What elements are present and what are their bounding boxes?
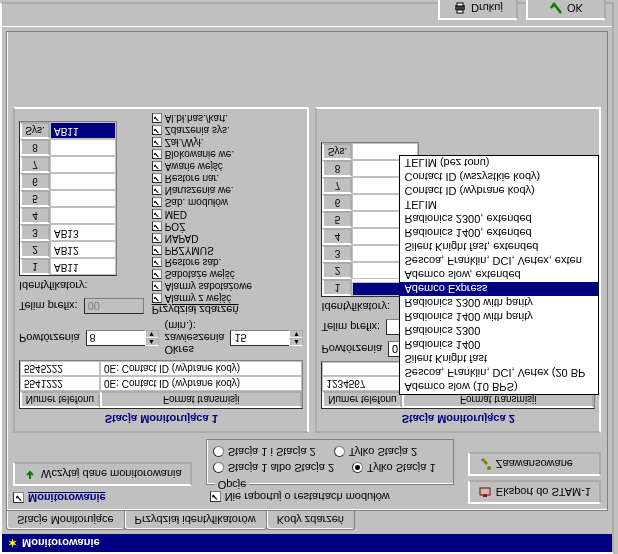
tab-codes[interactable]: Kody zdarzeń xyxy=(266,511,355,530)
tab-ident[interactable]: Przydział identyfikatorów xyxy=(124,511,267,530)
printer-icon xyxy=(453,1,467,15)
suspend-spinner[interactable]: 15 ▲▼ xyxy=(230,330,303,346)
load-data-button[interactable]: Wczytaj dane monitorowania xyxy=(13,462,192,486)
telim-label: Telim prefix: xyxy=(19,300,78,312)
event-checkbox[interactable]: ✔Sab. modułów xyxy=(152,197,304,208)
dropdown-option[interactable]: Ademco Express xyxy=(400,282,598,296)
dropdown-option[interactable]: Ademco slow, extended xyxy=(400,268,598,282)
svg-rect-4 xyxy=(457,3,463,6)
table-row[interactable]: 7 xyxy=(20,156,116,173)
row-header: 6 xyxy=(20,173,50,190)
station2-title: Stacja Monitorująca 2 xyxy=(321,409,595,427)
dropdown-option[interactable]: Silent Knight fast xyxy=(400,352,598,366)
event-checkbox[interactable]: ✔Zdarzenia sys. xyxy=(152,125,304,136)
dropdown-option[interactable]: TELIM xyxy=(400,198,598,212)
checkbox-icon: ✔ xyxy=(152,294,162,304)
events-header: Przydział zdarzeń xyxy=(152,304,304,316)
event-checkbox[interactable]: ✔POŻ xyxy=(152,221,304,232)
table-row[interactable]: 5 xyxy=(20,190,116,207)
dropdown-option[interactable]: Contact ID (wszystkie kody) xyxy=(400,170,598,184)
spinner-down-icon[interactable]: ▼ xyxy=(145,330,159,338)
dropdown-option[interactable]: Silent Knight fast, extended xyxy=(400,240,598,254)
opt-only-s1[interactable]: Tylko Stacja 1 xyxy=(352,462,435,474)
row-header: Sys. xyxy=(20,122,50,139)
advanced-button[interactable]: Zaawansowane xyxy=(468,452,601,476)
reps-spinner[interactable]: 8 ▲▼ xyxy=(86,330,159,346)
window-title: Monitorowanie xyxy=(22,537,100,549)
dropdown-option[interactable]: Sescoa, Franklin, DCI, Vertex, exten xyxy=(400,254,598,268)
table-row[interactable]: 3AB13 xyxy=(20,224,116,241)
table-row[interactable]: 4 xyxy=(20,207,116,224)
row-header: 6 xyxy=(322,194,352,211)
noreport-checkbox[interactable]: ✔ Nie raportuj o restartach modułów xyxy=(210,491,390,503)
format-dropdown[interactable]: Ademco slow (10 BPS)Sescoa, Franklin, DC… xyxy=(399,155,599,395)
checkbox-icon: ✔ xyxy=(152,258,162,268)
event-checkbox[interactable]: ✔Al.bł.has./kart. xyxy=(152,113,304,124)
checkbox-icon: ✔ xyxy=(152,138,162,148)
station1-title: Stacja Monitorująca 1 xyxy=(19,409,303,427)
ident-cell: AB11 xyxy=(50,258,116,275)
spinner-up-icon[interactable]: ▲ xyxy=(289,338,303,346)
opt-s1-and-s2[interactable]: Stacja 1 i Stacja 2 xyxy=(213,446,316,458)
checkbox-icon: ✔ xyxy=(152,210,162,220)
event-checkbox[interactable]: ✔Naruszenia we. xyxy=(152,185,304,196)
table-row[interactable]: 5541222 0E: Contact ID (wybrane kody) xyxy=(20,376,302,391)
row-header: 5 xyxy=(20,190,50,207)
event-label: Zał./Wył. xyxy=(165,137,204,148)
row-header: Sys. xyxy=(322,143,352,160)
event-checkbox[interactable]: ✔Blokowanie we. xyxy=(152,149,304,160)
table-row[interactable]: Sys.AB11 xyxy=(20,122,116,139)
tab-stations[interactable]: Stacje Monitorujące xyxy=(6,511,125,530)
event-checkbox[interactable]: ✔Zał./Wył. xyxy=(152,137,304,148)
event-checkbox[interactable]: ✔Alarmy sabotażowe xyxy=(152,281,304,292)
spinner-up-icon[interactable]: ▲ xyxy=(145,338,159,346)
event-checkbox[interactable]: ✔Awarie wejść xyxy=(152,161,304,172)
dropdown-option[interactable]: Ademco slow (10 BPS) xyxy=(400,380,598,394)
reps-label: Powtórzenia xyxy=(321,343,382,355)
event-checkbox[interactable]: ✔Restore nar. xyxy=(152,173,304,184)
checkbox-icon: ✔ xyxy=(152,162,162,172)
table-row[interactable]: 5545222 0E: Contact ID (wybrane kody) xyxy=(20,361,302,376)
main-panel: ✔ Monitorowanie Wczytaj dane monitorowan… xyxy=(6,31,608,511)
event-checkbox[interactable]: ✔Alarmy z wejść xyxy=(152,293,304,304)
col-format: Format transmisji xyxy=(100,391,302,408)
row-header: 7 xyxy=(322,177,352,194)
dropdown-option[interactable]: TELIM (bez tonu) xyxy=(400,156,598,170)
export-button[interactable]: Eksport do STAM-1 xyxy=(468,480,601,504)
row-header: 4 xyxy=(322,228,352,245)
ident-cell: AB12 xyxy=(50,241,116,258)
spinner-down-icon[interactable]: ▼ xyxy=(289,330,303,338)
arrow-down-icon xyxy=(23,467,37,481)
dropdown-option[interactable]: Radionics 1400 xyxy=(400,338,598,352)
events-checklist: ✔Alarmy z wejść✔Alarmy sabotażowe✔Sabota… xyxy=(152,113,304,304)
table-row[interactable]: 6 xyxy=(20,173,116,190)
dropdown-option[interactable]: Radionics 2300, extended xyxy=(400,212,598,226)
dropdown-option[interactable]: Radionics 2300 with parity xyxy=(400,296,598,310)
svg-rect-0 xyxy=(480,488,490,495)
event-checkbox[interactable]: ✔Restore sab. xyxy=(152,257,304,268)
print-button[interactable]: Drukuj xyxy=(438,0,518,20)
event-label: Al.bł.has./kart. xyxy=(165,113,228,124)
dropdown-option[interactable]: Radionics 2300 xyxy=(400,324,598,338)
checkbox-icon: ✔ xyxy=(152,270,162,280)
dropdown-option[interactable]: Radionics 1400 with parity xyxy=(400,310,598,324)
checkbox-icon: ✔ xyxy=(152,198,162,208)
wrench-icon xyxy=(478,457,492,471)
event-checkbox[interactable]: ✔NAPAD xyxy=(152,233,304,244)
table-row[interactable]: 8 xyxy=(20,139,116,156)
dropdown-option[interactable]: Radionics 1400, extended xyxy=(400,226,598,240)
table-row[interactable]: 1AB11 xyxy=(20,258,116,275)
monitoring-checkbox[interactable]: ✔ Monitorowanie xyxy=(13,492,192,504)
noreport-label: Nie raportuj o restartach modułów xyxy=(225,491,390,503)
station2-panel: Stacja Monitorująca 2 Numer telefonu For… xyxy=(315,107,601,433)
opt-s1-or-s2[interactable]: Stacja 1 albo Stacja 2 xyxy=(213,462,334,474)
event-checkbox[interactable]: ✔MED xyxy=(152,209,304,220)
event-checkbox[interactable]: ✔Sabotaże wejść xyxy=(152,269,304,280)
table-row[interactable]: 2AB12 xyxy=(20,241,116,258)
ok-button[interactable]: OK xyxy=(526,0,606,20)
checkbox-icon: ✔ xyxy=(152,234,162,244)
dropdown-option[interactable]: Contact ID (wybrane kody) xyxy=(400,184,598,198)
dropdown-option[interactable]: Sescoa, Franklin, DCI, Vertex (20 BP xyxy=(400,366,598,380)
event-checkbox[interactable]: ✔PRZYMUS xyxy=(152,245,304,256)
opt-only-s2[interactable]: Tylko Stacja 2 xyxy=(334,446,417,458)
